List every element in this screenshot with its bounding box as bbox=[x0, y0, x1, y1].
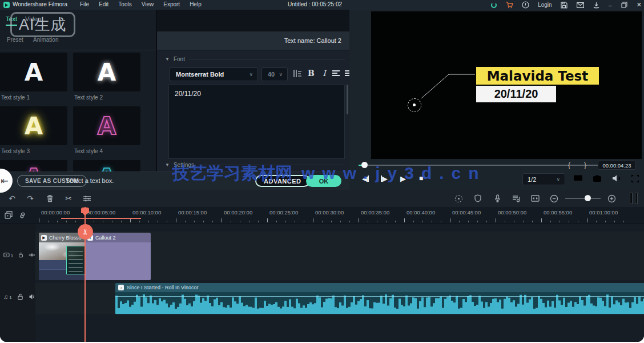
chevron-down-icon: ∨ bbox=[279, 71, 283, 77]
clip-range-indicator bbox=[61, 218, 141, 219]
video-clip-label: Cherry Blosso bbox=[49, 235, 82, 241]
fit-timeline-icon[interactable] bbox=[530, 193, 540, 204]
voiceover-mic-icon[interactable] bbox=[492, 193, 502, 204]
save-icon[interactable] bbox=[561, 1, 568, 9]
sync-icon[interactable] bbox=[490, 1, 497, 9]
play-button[interactable]: ▶ bbox=[400, 174, 406, 183]
panel-toggle-icon[interactable] bbox=[630, 193, 638, 204]
preset-label-1: Text style 1 bbox=[1, 94, 30, 101]
preset-card-3[interactable]: A bbox=[0, 106, 67, 145]
preset-letter: A bbox=[25, 163, 43, 172]
keyframe-shield-icon[interactable] bbox=[473, 193, 483, 204]
scissors-icon: ✂ bbox=[81, 229, 90, 235]
callout-preview-overlay bbox=[66, 246, 85, 274]
callout-date-box[interactable]: 20/11/20 bbox=[476, 86, 556, 102]
preset-card-6[interactable]: A bbox=[73, 160, 140, 172]
minimize-button[interactable]: – bbox=[609, 2, 612, 9]
align-left-icon[interactable] bbox=[330, 67, 341, 79]
link-icon[interactable] bbox=[17, 210, 27, 220]
speaker-icon[interactable] bbox=[29, 293, 35, 300]
snapshot-camera-icon[interactable] bbox=[593, 174, 603, 185]
preset-card-5[interactable]: A bbox=[0, 160, 67, 172]
zoom-slider[interactable] bbox=[565, 198, 601, 199]
lock-icon[interactable] bbox=[18, 252, 23, 258]
font-section-header[interactable]: ▼ Font bbox=[165, 56, 345, 62]
advanced-button[interactable]: ADVANCED bbox=[255, 175, 310, 187]
stop-button[interactable]: ■ bbox=[419, 174, 423, 182]
motion-tracking-icon[interactable] bbox=[453, 193, 464, 204]
font-size-select[interactable]: 40 ∨ bbox=[261, 67, 288, 81]
cart-icon[interactable] bbox=[506, 1, 513, 9]
copy-snapshot-icon[interactable] bbox=[3, 210, 14, 220]
chevron-down-icon: ∨ bbox=[249, 71, 253, 77]
export-device-icon[interactable] bbox=[593, 1, 600, 9]
mail-icon[interactable] bbox=[577, 1, 584, 9]
fullscreen-icon[interactable] bbox=[631, 174, 641, 185]
bold-button[interactable]: B bbox=[305, 67, 317, 79]
collapse-triangle-icon[interactable]: ▼ bbox=[165, 162, 170, 167]
eye-icon[interactable] bbox=[29, 252, 35, 258]
audio-mixer-icon[interactable] bbox=[511, 193, 521, 204]
subtab-preset[interactable]: Preset bbox=[7, 37, 23, 43]
adjust-sliders-icon[interactable] bbox=[82, 193, 92, 204]
next-frame-button[interactable]: ▶ bbox=[381, 174, 388, 183]
letter-spacing-icon[interactable] bbox=[292, 67, 303, 79]
quality-select[interactable]: 1/2 ∨ bbox=[522, 173, 565, 185]
zoom-in-icon[interactable] bbox=[606, 193, 617, 204]
seek-bar[interactable] bbox=[359, 165, 631, 166]
split-scissors-icon[interactable]: ✂ bbox=[63, 193, 74, 204]
music-track-icon: ♫ bbox=[3, 293, 8, 300]
font-family-select[interactable]: Montserrat Bold ∨ bbox=[170, 67, 258, 81]
video-clip[interactable]: ▶ Cherry Blosso bbox=[39, 233, 85, 280]
preset-card-1[interactable]: A bbox=[0, 53, 67, 91]
volume-icon[interactable] bbox=[612, 174, 622, 185]
video-track-header: 1 bbox=[0, 252, 35, 258]
editor-scrollbar[interactable] bbox=[347, 85, 348, 114]
redo-icon[interactable]: ↷ bbox=[25, 193, 35, 204]
font-family-value: Montserrat Bold bbox=[176, 71, 224, 78]
close-button[interactable]: ✕ bbox=[637, 1, 642, 9]
collapse-triangle-icon[interactable]: ▼ bbox=[165, 57, 170, 62]
menu-edit[interactable]: Edit bbox=[99, 1, 108, 7]
callout-title-box[interactable]: Malavida Test bbox=[476, 67, 599, 85]
callout-target-circle[interactable] bbox=[408, 98, 421, 112]
playhead-handle[interactable] bbox=[81, 208, 89, 213]
maximize-button[interactable] bbox=[621, 1, 628, 9]
preset-card-4[interactable]: A bbox=[73, 106, 140, 145]
undo-icon[interactable]: ↶ bbox=[7, 193, 17, 204]
video-viewport[interactable]: Malavida Test 20/11/20 bbox=[371, 11, 642, 159]
audio-clip[interactable]: ♪ Since I Started - Roll In Vinocor bbox=[115, 283, 644, 314]
font-size-value: 40 bbox=[268, 71, 275, 78]
settings-section-header[interactable]: ▼ Settings bbox=[165, 162, 345, 168]
previous-frame-button[interactable]: ◀ bbox=[362, 174, 369, 183]
menu-tools[interactable]: Tools bbox=[118, 1, 131, 7]
video-track: ▶ Cherry Blosso T Callout 2 bbox=[35, 232, 644, 280]
menu-view[interactable]: View bbox=[142, 1, 154, 7]
subtab-animation[interactable]: Animation bbox=[33, 37, 58, 43]
seek-bar-knob[interactable] bbox=[361, 162, 368, 168]
delete-icon[interactable] bbox=[45, 193, 55, 204]
menu-export[interactable]: Export bbox=[163, 1, 180, 7]
ruler-scale[interactable]: 00:00:00:0000:00:05:0000:00:10:0000:00:1… bbox=[35, 207, 644, 224]
ok-button[interactable]: OK bbox=[306, 175, 341, 187]
mark-in-icon[interactable]: { bbox=[568, 161, 570, 169]
display-icon[interactable] bbox=[573, 174, 583, 185]
login-button[interactable]: Login bbox=[538, 2, 552, 8]
callout-clip[interactable]: T Callout 2 bbox=[85, 233, 151, 280]
info-icon[interactable] bbox=[522, 1, 529, 9]
italic-button[interactable]: I bbox=[319, 67, 330, 79]
text-content-input[interactable]: 20/11/20 bbox=[168, 85, 345, 159]
mark-out-icon[interactable]: } bbox=[584, 161, 586, 169]
timeline-section: ↶ ↷ ✂ bbox=[0, 190, 644, 342]
audio-track-number: 1 bbox=[9, 295, 11, 300]
menu-file[interactable]: File bbox=[80, 1, 89, 7]
timeline-ruler[interactable]: 00:00:00:0000:00:05:0000:00:10:0000:00:1… bbox=[0, 207, 644, 224]
preset-card-2[interactable]: A bbox=[73, 53, 140, 91]
lock-icon[interactable] bbox=[17, 293, 23, 300]
playhead-scissors-badge[interactable]: ✂ bbox=[78, 224, 93, 240]
collapse-panel-button[interactable]: ⇤ bbox=[0, 169, 13, 193]
divider bbox=[0, 50, 156, 50]
menu-help[interactable]: Help bbox=[190, 1, 202, 7]
zoom-slider-knob[interactable] bbox=[585, 195, 591, 201]
zoom-out-icon[interactable] bbox=[549, 193, 559, 204]
